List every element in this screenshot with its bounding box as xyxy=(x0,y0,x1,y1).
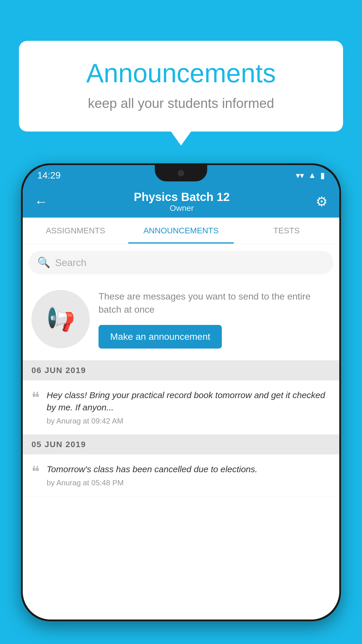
phone-frame: 14:29 ▾▾ ▲ ▮ ← Physics Batch 12 Owner xyxy=(21,163,341,621)
date-divider-2: 05 JUN 2019 xyxy=(23,435,339,454)
header-subtitle: Owner xyxy=(134,204,230,213)
bubble-subtitle: keep all your students informed xyxy=(42,95,320,111)
signal-icon: ▲ xyxy=(308,171,316,180)
announcement-content-2: Tomorrow's class has been cancelled due … xyxy=(47,463,331,487)
notch xyxy=(155,165,207,181)
tab-assignments[interactable]: ASSIGNMENTS xyxy=(23,218,128,244)
announcement-meta-1: by Anurag at 09:42 AM xyxy=(47,416,331,426)
speech-bubble: Announcements keep all your students inf… xyxy=(19,41,343,132)
date-divider-1: 06 JUN 2019 xyxy=(23,360,339,380)
speech-bubble-container: Announcements keep all your students inf… xyxy=(19,41,343,132)
app-header: ← Physics Batch 12 Owner ⚙ xyxy=(23,186,339,218)
gear-icon[interactable]: ⚙ xyxy=(316,194,328,209)
megaphone-icon: 📢 xyxy=(46,305,75,333)
announcement-content-1: Hey class! Bring your practical record b… xyxy=(47,389,331,426)
announcement-meta-2: by Anurag at 05:48 PM xyxy=(47,478,331,487)
quote-icon-1: ❝ xyxy=(31,390,40,405)
make-announcement-button[interactable]: Make an announcement xyxy=(99,325,222,349)
status-time: 14:29 xyxy=(37,170,61,181)
search-placeholder: Search xyxy=(55,257,87,268)
tabs-bar: ASSIGNMENTS ANNOUNCEMENTS TESTS xyxy=(23,218,339,244)
phone-container: 14:29 ▾▾ ▲ ▮ ← Physics Batch 12 Owner xyxy=(21,163,341,644)
header-title-area: Physics Batch 12 Owner xyxy=(134,190,230,213)
announcement-item-2[interactable]: ❝ Tomorrow's class has been cancelled du… xyxy=(23,454,339,496)
announcement-prompt-text: These are messages you want to send to t… xyxy=(99,290,331,349)
battery-icon: ▮ xyxy=(320,171,325,180)
announcement-text-2: Tomorrow's class has been cancelled due … xyxy=(47,463,331,475)
header-title: Physics Batch 12 xyxy=(134,190,230,204)
quote-icon-2: ❝ xyxy=(31,464,40,480)
prompt-description: These are messages you want to send to t… xyxy=(99,290,331,316)
tab-announcements[interactable]: ANNOUNCEMENTS xyxy=(128,218,234,244)
phone-inner: 14:29 ▾▾ ▲ ▮ ← Physics Batch 12 Owner xyxy=(23,165,339,620)
status-icons: ▾▾ ▲ ▮ xyxy=(296,171,325,180)
announcement-item-1[interactable]: ❝ Hey class! Bring your practical record… xyxy=(23,380,339,435)
megaphone-circle: 📢 xyxy=(31,290,90,348)
phone-screen: ← Physics Batch 12 Owner ⚙ ASSIGNMENTS A… xyxy=(23,186,339,620)
tab-tests[interactable]: TESTS xyxy=(234,218,339,244)
camera-dot xyxy=(178,170,184,176)
bubble-title: Announcements xyxy=(42,58,320,88)
wifi-icon: ▾▾ xyxy=(296,171,304,180)
search-bar[interactable]: 🔍 Search xyxy=(29,251,333,274)
announcement-text-1: Hey class! Bring your practical record b… xyxy=(47,389,331,414)
announcement-prompt: 📢 These are messages you want to send to… xyxy=(23,281,339,360)
app-content: 🔍 Search 📢 These are messages you want t… xyxy=(23,244,339,496)
status-bar: 14:29 ▾▾ ▲ ▮ xyxy=(23,165,339,186)
search-icon: 🔍 xyxy=(37,256,50,269)
back-button[interactable]: ← xyxy=(34,194,48,209)
